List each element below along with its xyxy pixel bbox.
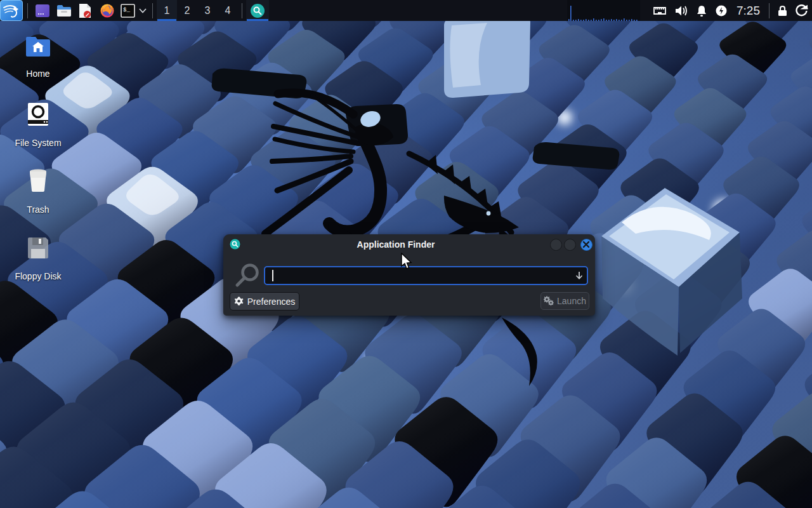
svg-text:$_: $_ xyxy=(123,7,130,13)
